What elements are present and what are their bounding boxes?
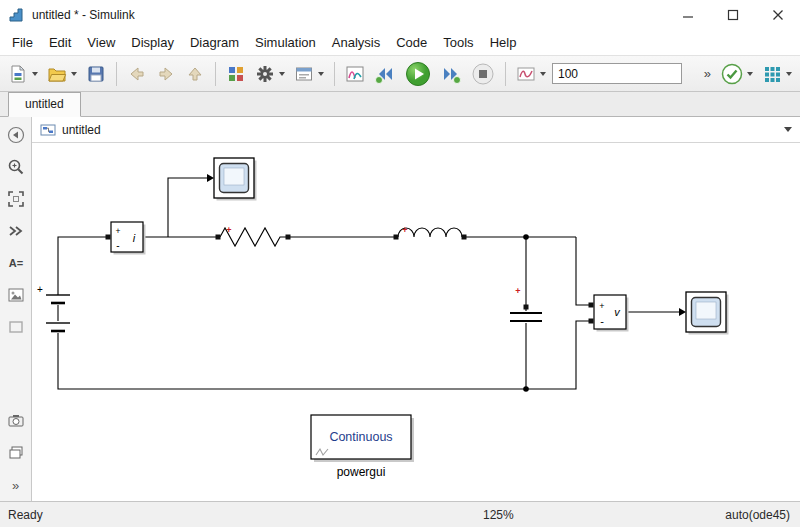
model-file-icon bbox=[40, 122, 56, 138]
toolbar-separator bbox=[505, 62, 506, 86]
back-button[interactable] bbox=[124, 60, 150, 88]
up-arrow-icon bbox=[185, 64, 205, 84]
sample-time-button[interactable] bbox=[4, 219, 28, 243]
save-button[interactable] bbox=[83, 60, 109, 88]
step-forward-button[interactable] bbox=[437, 60, 465, 88]
powergui-name-label: powergui bbox=[337, 465, 386, 479]
new-model-button[interactable] bbox=[5, 60, 41, 88]
port-markers bbox=[106, 235, 594, 324]
menu-simulation[interactable]: Simulation bbox=[247, 32, 324, 53]
status-state: Ready bbox=[8, 508, 43, 522]
annotation-button[interactable]: A= bbox=[4, 251, 28, 275]
new-model-icon bbox=[8, 64, 28, 84]
maximize-button[interactable] bbox=[710, 0, 755, 30]
palette-overflow-chevron[interactable]: » bbox=[4, 473, 28, 497]
menu-edit[interactable]: Edit bbox=[41, 32, 79, 53]
inductor-plus-label: + bbox=[402, 225, 407, 235]
breadcrumb-current[interactable]: untitled bbox=[62, 123, 101, 137]
current-plus-label: + bbox=[116, 226, 121, 236]
capacitor-element[interactable] bbox=[510, 313, 542, 321]
left-palette: A= bbox=[0, 117, 32, 501]
toolbar-separator bbox=[116, 62, 117, 86]
menu-analysis[interactable]: Analysis bbox=[324, 32, 388, 53]
forward-button[interactable] bbox=[153, 60, 179, 88]
fit-to-view-button[interactable] bbox=[4, 187, 28, 211]
model-canvas[interactable]: + bbox=[32, 143, 800, 501]
step-back-icon bbox=[374, 63, 396, 85]
check-icon bbox=[721, 63, 743, 85]
menu-code[interactable]: Code bbox=[388, 32, 435, 53]
step-back-button[interactable] bbox=[371, 60, 399, 88]
capacitor-plus-label: + bbox=[515, 286, 520, 296]
menu-help[interactable]: Help bbox=[482, 32, 525, 53]
simulation-display-button[interactable] bbox=[513, 60, 549, 88]
step-forward-icon bbox=[440, 63, 462, 85]
model-settings-icon bbox=[294, 64, 314, 84]
title-bar: untitled * - Simulink bbox=[0, 0, 800, 30]
circuit-wires[interactable] bbox=[58, 178, 680, 389]
back-arrow-icon bbox=[127, 64, 147, 84]
build-caret[interactable] bbox=[786, 72, 792, 76]
model-settings-caret[interactable] bbox=[318, 72, 324, 76]
voltage-measurement-block[interactable]: + - v bbox=[594, 295, 629, 332]
menu-view[interactable]: View bbox=[79, 32, 123, 53]
camera-icon bbox=[6, 411, 26, 431]
tab-untitled[interactable]: untitled bbox=[8, 92, 81, 117]
menu-diagram[interactable]: Diagram bbox=[182, 32, 247, 53]
viewmarks-gallery-button[interactable] bbox=[4, 441, 28, 465]
close-icon bbox=[772, 9, 784, 21]
zoom-button[interactable] bbox=[4, 155, 28, 179]
image-button[interactable] bbox=[4, 283, 28, 307]
library-browser-button[interactable] bbox=[223, 60, 249, 88]
run-icon bbox=[405, 61, 431, 87]
data-inspector-button[interactable] bbox=[342, 60, 368, 88]
scope-block-top[interactable] bbox=[214, 158, 257, 201]
menu-bar: File Edit View Display Diagram Simulatio… bbox=[0, 30, 800, 55]
battery-plus-label: + bbox=[37, 284, 43, 295]
status-solver[interactable]: auto(ode45) bbox=[725, 508, 790, 522]
junction-dot bbox=[523, 234, 529, 240]
minimize-icon bbox=[682, 9, 694, 21]
close-button[interactable] bbox=[755, 0, 800, 30]
current-minus-label: - bbox=[116, 240, 119, 251]
build-grid-icon bbox=[762, 64, 782, 84]
menu-file[interactable]: File bbox=[4, 32, 41, 53]
model-advisor-caret[interactable] bbox=[747, 72, 753, 76]
voltage-minus-label: - bbox=[600, 315, 604, 327]
open-button[interactable] bbox=[44, 60, 80, 88]
stop-icon bbox=[471, 62, 495, 86]
hide-browser-button[interactable] bbox=[4, 123, 28, 147]
simulation-display-caret[interactable] bbox=[540, 72, 546, 76]
minimize-button[interactable] bbox=[665, 0, 710, 30]
model-configuration-caret[interactable] bbox=[279, 72, 285, 76]
annotation-icon: A= bbox=[6, 253, 26, 273]
menu-tools[interactable]: Tools bbox=[435, 32, 481, 53]
simulink-app-icon bbox=[8, 7, 26, 23]
toolbar-separator bbox=[215, 62, 216, 86]
window-controls bbox=[665, 0, 800, 30]
menu-display[interactable]: Display bbox=[123, 32, 182, 53]
model-settings-button[interactable] bbox=[291, 60, 327, 88]
panel-toggle-icon bbox=[7, 126, 25, 144]
model-configuration-button[interactable] bbox=[252, 60, 288, 88]
data-inspector-icon bbox=[345, 64, 365, 84]
run-button[interactable] bbox=[402, 60, 434, 88]
current-measurement-block[interactable]: + - i bbox=[111, 222, 146, 255]
stacked-views-icon bbox=[6, 443, 26, 463]
stop-button[interactable] bbox=[468, 60, 498, 88]
stop-time-input[interactable] bbox=[552, 63, 682, 84]
breadcrumb-dropdown-caret[interactable] bbox=[784, 127, 792, 132]
viewmark-button[interactable] bbox=[4, 409, 28, 433]
status-zoom-level: 125% bbox=[483, 508, 514, 522]
build-button[interactable] bbox=[759, 60, 795, 88]
area-box-button[interactable] bbox=[4, 315, 28, 339]
toolbar-overflow-chevron[interactable]: » bbox=[700, 66, 715, 81]
dc-voltage-source-block[interactable]: + bbox=[37, 284, 70, 331]
main-area: A= bbox=[0, 117, 800, 501]
scope-block-right[interactable] bbox=[686, 292, 729, 335]
open-caret[interactable] bbox=[71, 72, 77, 76]
new-model-caret[interactable] bbox=[32, 72, 38, 76]
model-advisor-button[interactable] bbox=[718, 60, 756, 88]
powergui-block[interactable]: Continuous powergui bbox=[311, 415, 414, 479]
up-to-parent-button[interactable] bbox=[182, 60, 208, 88]
